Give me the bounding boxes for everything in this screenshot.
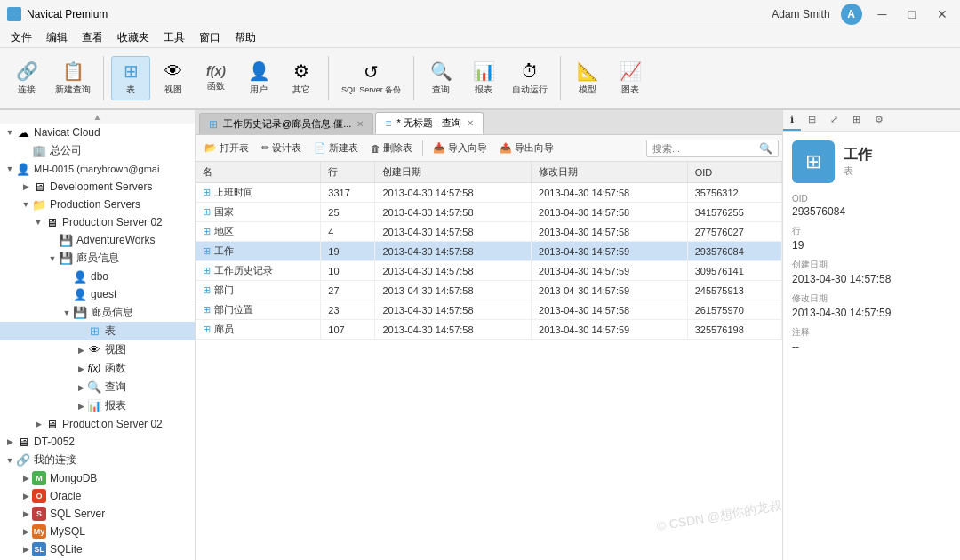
lyxx-schema-arrow: ▼ xyxy=(60,308,73,317)
tab-query-icon: ≡ xyxy=(385,117,391,130)
rp-tab-info[interactable]: ℹ xyxy=(783,110,801,131)
object-toolbar: 📂 打开表 ✏ 设计表 📄 新建表 🗑 删除表 📥 导入向导 📤 xyxy=(196,135,782,162)
menu-view[interactable]: 查看 xyxy=(75,28,110,47)
sidebar-item-query[interactable]: ▶ 🔍 查询 xyxy=(0,378,195,396)
cell-modified: 2013-04-30 14:57:59 xyxy=(532,261,688,281)
table-row[interactable]: ⊞国家 25 2013-04-30 14:57:58 2013-04-30 14… xyxy=(196,203,782,222)
cell-modified: 2013-04-30 14:57:58 xyxy=(532,203,688,222)
navicat-cloud-icon: ☁ xyxy=(16,125,30,140)
sidebar-item-sqlite[interactable]: ▶ SL SQLite xyxy=(0,540,195,558)
cell-modified: 2013-04-30 14:57:59 xyxy=(532,281,688,300)
sidebar-item-table[interactable]: ⊞ 表 xyxy=(0,322,195,340)
tab-query-close[interactable]: ✕ xyxy=(467,118,474,128)
search-box: 🔍 xyxy=(646,140,779,157)
table-row[interactable]: ⊞工作历史记录 10 2013-04-30 14:57:58 2013-04-3… xyxy=(196,261,782,281)
rp-tab-settings[interactable]: ⚙ xyxy=(868,110,891,131)
toolbar-user[interactable]: 👤 用户 xyxy=(239,57,278,100)
search-input[interactable] xyxy=(652,143,759,154)
export-wizard-button[interactable]: 📤 导出向导 xyxy=(494,139,559,157)
app-title: Navicat Premium xyxy=(27,8,108,20)
sidebar-item-func[interactable]: ▶ f(x) 函数 xyxy=(0,359,195,378)
my-conn-arrow: ▼ xyxy=(4,456,16,465)
row-icon: ⊞ xyxy=(203,226,211,236)
rp-tab-sql[interactable]: ⊟ xyxy=(801,110,823,131)
sidebar-item-report[interactable]: ▶ 📊 报表 xyxy=(0,396,195,415)
toolbar-function[interactable]: f(x) 函数 xyxy=(196,60,236,96)
cell-modified: 2013-04-30 14:57:58 xyxy=(532,222,688,242)
toolbar-sep-3 xyxy=(413,56,414,100)
sidebar-item-mongodb[interactable]: ▶ M MongoDB xyxy=(0,469,195,487)
sidebar-item-dev-servers[interactable]: ▶ 🖥 Development Servers xyxy=(0,178,195,196)
dt-icon: 🖥 xyxy=(16,435,30,449)
toolbar-new-query[interactable]: 📋 新建查询 xyxy=(50,57,96,100)
toolbar-table[interactable]: ⊞ 表 xyxy=(111,56,150,100)
new-table-button[interactable]: 📄 新建表 xyxy=(308,139,364,157)
sidebar-item-my-connections[interactable]: ▼ 🔗 我的连接 xyxy=(0,451,195,469)
col-rows[interactable]: 行 xyxy=(321,162,375,183)
rp-tab-expand[interactable]: ⤢ xyxy=(823,110,845,131)
toolbar-other[interactable]: ⚙ 其它 xyxy=(282,57,321,100)
open-table-button[interactable]: 📂 打开表 xyxy=(199,139,254,157)
table-row[interactable]: ⊞工作 19 2013-04-30 14:57:58 2013-04-30 14… xyxy=(196,242,782,261)
sidebar-item-mh0015[interactable]: ▼ 👤 MH-0015 (marybrown@gmai xyxy=(0,160,195,178)
tab-history[interactable]: ⊞ 工作历史记录@廊员信息.僵... ✕ xyxy=(199,113,373,134)
sidebar-scroll-up[interactable]: ▲ xyxy=(0,110,195,124)
sidebar-item-mysql[interactable]: ▶ My MySQL xyxy=(0,523,195,540)
menu-tools[interactable]: 工具 xyxy=(156,28,192,47)
table-row[interactable]: ⊞部门位置 23 2013-04-30 14:57:58 2013-04-30 … xyxy=(196,300,782,320)
cell-created: 2013-04-30 14:57:58 xyxy=(375,183,532,203)
table-row[interactable]: ⊞上班时间 3317 2013-04-30 14:57:58 2013-04-3… xyxy=(196,183,782,203)
prod-server-icon: 🖥 xyxy=(44,215,59,229)
close-button[interactable]: ✕ xyxy=(932,5,953,23)
prod-servers-icon: 📁 xyxy=(32,197,46,212)
menu-edit[interactable]: 编辑 xyxy=(39,28,75,47)
row-icon: ⊞ xyxy=(203,187,211,197)
sidebar-item-adventureworks[interactable]: 💾 AdventureWorks xyxy=(0,231,195,249)
table-row[interactable]: ⊞廊员 107 2013-04-30 14:57:58 2013-04-30 1… xyxy=(196,320,782,340)
tab-history-close[interactable]: ✕ xyxy=(356,119,364,129)
sidebar-item-view[interactable]: ▶ 👁 视图 xyxy=(0,340,195,359)
tab-query[interactable]: ≡ * 无标题 - 查询 ✕ xyxy=(375,112,483,134)
sidebar-item-production-servers[interactable]: ▼ 📁 Production Servers xyxy=(0,196,195,213)
cell-modified: 2013-04-30 14:57:58 xyxy=(532,183,688,203)
col-name[interactable]: 名 xyxy=(196,162,321,183)
col-modified[interactable]: 修改日期 xyxy=(532,162,688,183)
toolbar-connect[interactable]: 🔗 连接 xyxy=(7,57,46,100)
sidebar-item-navicat-cloud[interactable]: ▼ ☁ Navicat Cloud xyxy=(0,124,195,141)
sidebar-item-prod-server-02[interactable]: ▼ 🖥 Production Server 02 xyxy=(0,213,195,231)
minimize-button[interactable]: ─ xyxy=(873,5,892,23)
cell-rows: 19 xyxy=(321,242,375,261)
sidebar-item-lyxx-db[interactable]: ▼ 💾 廊员信息 xyxy=(0,249,195,268)
sidebar-item-prod-server-02b[interactable]: ▶ 🖥 Production Server 02 xyxy=(0,415,195,433)
sidebar-item-dbo[interactable]: 👤 dbo xyxy=(0,268,195,285)
menu-file[interactable]: 文件 xyxy=(4,28,39,47)
toolbar-sqlserver-backup[interactable]: ↺ SQL Server 备份 xyxy=(336,58,406,100)
table-row[interactable]: ⊞地区 4 2013-04-30 14:57:58 2013-04-30 14:… xyxy=(196,222,782,242)
sidebar-item-guest[interactable]: 👤 guest xyxy=(0,285,195,303)
sidebar-item-oracle[interactable]: ▶ O Oracle xyxy=(0,487,195,505)
sidebar-item-company[interactable]: 🏢 总公司 xyxy=(0,141,195,160)
import-wizard-button[interactable]: 📥 导入向导 xyxy=(428,139,492,157)
col-oid[interactable]: OID xyxy=(687,162,781,183)
design-table-button[interactable]: ✏ 设计表 xyxy=(256,139,307,157)
sidebar-item-dt0052[interactable]: ▶ 🖥 DT-0052 xyxy=(0,433,195,451)
oracle-icon: O xyxy=(32,489,46,503)
rp-tab-grid[interactable]: ⊞ xyxy=(845,110,868,131)
toolbar-autorun[interactable]: ⏱ 自动运行 xyxy=(507,58,553,100)
table-area: 名 行 创建日期 修改日期 OID ⊞上班时间 3317 2013-04-30 … xyxy=(196,162,782,560)
toolbar-report[interactable]: 📊 报表 xyxy=(464,57,503,100)
col-created[interactable]: 创建日期 xyxy=(375,162,532,183)
maximize-button[interactable]: □ xyxy=(903,5,921,23)
menu-favorites[interactable]: 收藏夹 xyxy=(110,28,156,47)
toolbar-view[interactable]: 👁 视图 xyxy=(154,58,193,100)
table-row[interactable]: ⊞部门 27 2013-04-30 14:57:58 2013-04-30 14… xyxy=(196,281,782,300)
sidebar-item-sqlserver[interactable]: ▶ S SQL Server xyxy=(0,505,195,523)
delete-table-button[interactable]: 🗑 删除表 xyxy=(365,139,418,157)
toolbar-model[interactable]: 📐 模型 xyxy=(568,57,607,100)
menu-window[interactable]: 窗口 xyxy=(192,28,228,47)
sidebar-item-lyxx-schema[interactable]: ▼ 💾 廊员信息 xyxy=(0,303,195,322)
toolbar-query[interactable]: 🔍 查询 xyxy=(421,57,460,100)
cell-oid: 309576141 xyxy=(687,261,781,281)
menu-help[interactable]: 帮助 xyxy=(228,28,263,47)
toolbar-chart[interactable]: 📈 图表 xyxy=(611,57,650,100)
